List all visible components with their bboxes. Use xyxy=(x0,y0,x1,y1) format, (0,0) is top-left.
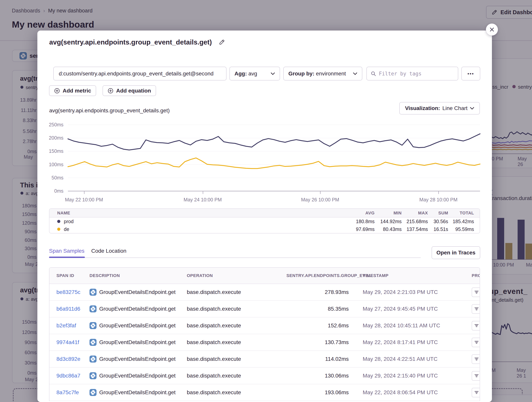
x-tick-label: May 24 10:00 PM xyxy=(177,197,228,203)
span-description: GroupEventDetailsEndpoint.get xyxy=(99,289,176,295)
series-summary-table: NAME AVG MIN MAX SUM TOTAL prod 180.8ms … xyxy=(49,208,480,234)
tab-span-samples[interactable]: Span Samples xyxy=(49,248,84,254)
table-row: 8a75c7fe GroupEventDetailsEndpoint.get b… xyxy=(50,384,480,401)
span-description: GroupEventDetailsEndpoint.get xyxy=(99,356,176,362)
profile-button[interactable] xyxy=(472,371,480,381)
add-equation-button[interactable]: Add equation xyxy=(102,85,156,96)
active-tab-indicator xyxy=(49,257,85,258)
add-metric-button[interactable]: Add metric xyxy=(49,85,96,96)
span-description: GroupEventDetailsEndpoint.get xyxy=(99,322,176,329)
profile-button[interactable] xyxy=(472,338,480,347)
span-duration: 193.06ms xyxy=(286,389,349,396)
python-icon xyxy=(89,356,96,363)
span-samples-table: SPAN ID DESCRIPTION OPERATION SENTRY.API… xyxy=(49,267,480,401)
span-duration: 85.35ms xyxy=(286,306,349,312)
search-icon xyxy=(371,71,376,76)
span-id-link[interactable]: b6a911d6 xyxy=(57,306,89,312)
profile-button[interactable] xyxy=(472,304,480,314)
span-operation: base.dispatch.execute xyxy=(187,306,286,312)
span-description: GroupEventDetailsEndpoint.get xyxy=(99,306,176,312)
groupby-label: Group by: xyxy=(288,71,314,77)
ellipsis-icon: ••• xyxy=(467,71,474,76)
span-timestamp: May 22, 2024 8:06:54 PM UTC xyxy=(349,389,472,396)
plus-circle-icon xyxy=(108,88,114,94)
table-row: be83275c GroupEventDetailsEndpoint.get b… xyxy=(50,284,480,301)
tab-code-location[interactable]: Code Location xyxy=(91,248,127,254)
flamegraph-icon xyxy=(474,306,479,311)
query-overflow-button[interactable]: ••• xyxy=(461,67,480,80)
python-icon xyxy=(89,289,96,296)
profile-button[interactable] xyxy=(472,288,480,297)
span-operation: base.dispatch.execute xyxy=(187,322,286,329)
chevron-down-icon xyxy=(470,107,474,110)
metric-query-input[interactable]: d:custom/sentry.api.endpoints.group_even… xyxy=(53,67,227,80)
close-button[interactable] xyxy=(486,24,498,36)
groupby-value: environment xyxy=(316,71,346,77)
screen: Dashboards › My new dashboard My new das… xyxy=(0,0,532,402)
x-tick-label: May 28 10:00 PM xyxy=(413,197,464,203)
table-row: 9dbc86a7 GroupEventDetailsEndpoint.get b… xyxy=(50,368,480,384)
profile-button[interactable] xyxy=(472,354,480,364)
visualization-label: Visualization: xyxy=(405,105,440,111)
span-id-link[interactable]: b2ef3faf xyxy=(57,322,89,329)
y-tick-label: 50ms xyxy=(39,175,63,181)
python-icon xyxy=(89,389,96,396)
span-timestamp: May 29, 2024 2:21:03 PM UTC xyxy=(349,289,472,295)
tab-divider xyxy=(49,257,421,258)
y-tick-label: 0ms xyxy=(39,188,63,194)
span-duration: 130.73ms xyxy=(286,339,349,346)
metric-line-chart[interactable] xyxy=(68,125,480,191)
span-operation: base.dispatch.execute xyxy=(187,389,286,396)
flamegraph-icon xyxy=(474,373,479,378)
span-id-link[interactable]: 9dbc86a7 xyxy=(57,373,89,379)
x-tick-label: May 26 10:00 PM xyxy=(295,197,345,203)
span-operation: base.dispatch.execute xyxy=(187,373,286,379)
y-tick-label: 100ms xyxy=(39,162,63,167)
chevron-down-icon xyxy=(271,72,275,75)
edit-title-pencil-icon[interactable] xyxy=(219,39,225,45)
span-duration: 278.93ms xyxy=(286,289,349,295)
agg-label: Agg: xyxy=(234,71,247,77)
python-icon xyxy=(89,339,96,346)
span-timestamp: May 28, 2024 4:22:51 AM UTC xyxy=(349,356,472,362)
profile-button[interactable] xyxy=(472,388,480,397)
span-description: GroupEventDetailsEndpoint.get xyxy=(99,389,176,396)
span-id-link[interactable]: 8d3c892e xyxy=(57,356,89,362)
flamegraph-icon xyxy=(474,290,479,295)
series-dot xyxy=(57,228,60,231)
agg-value: avg xyxy=(248,71,257,77)
span-description: GroupEventDetailsEndpoint.get xyxy=(99,339,176,346)
y-tick-label: 150ms xyxy=(39,148,63,154)
table-row: b2ef3faf GroupEventDetailsEndpoint.get b… xyxy=(50,317,480,334)
summary-row-prod[interactable]: prod 180.8ms 144.92ms 215.68ms 30.56s 18… xyxy=(50,217,480,225)
span-timestamp: May 28, 2024 10:45:11 AM UTC xyxy=(349,322,472,329)
filter-tags-input[interactable] xyxy=(379,71,454,77)
span-timestamp: May 27, 2024 9:45:45 PM UTC xyxy=(349,306,472,312)
chart-subtitle: avg(sentry.api.endpoints.group_event_det… xyxy=(49,107,170,114)
span-id-link[interactable]: 8a75c7fe xyxy=(57,389,89,396)
filter-tags-box xyxy=(366,67,458,80)
flamegraph-icon xyxy=(474,340,479,345)
visualization-dropdown[interactable]: Visualization: Line Chart xyxy=(399,102,480,114)
groupby-dropdown[interactable]: Group by: environment xyxy=(283,67,362,80)
x-tick-label: May 22 10:00 PM xyxy=(59,197,109,203)
table-row: b6a911d6 GroupEventDetailsEndpoint.get b… xyxy=(50,301,480,317)
chevron-down-icon xyxy=(353,72,357,75)
span-operation: base.dispatch.execute xyxy=(187,339,286,346)
profile-button[interactable] xyxy=(472,321,480,330)
span-id-link[interactable]: be83275c xyxy=(57,289,89,295)
flamegraph-icon xyxy=(474,323,479,328)
samples-header: SPAN ID DESCRIPTION OPERATION SENTRY.API… xyxy=(50,268,480,284)
span-duration: 152.6ms xyxy=(286,322,349,329)
modal-title: avg(sentry.api.endpoints.group_event_det… xyxy=(49,38,212,46)
open-in-traces-button[interactable]: Open in Traces xyxy=(432,246,480,259)
close-icon xyxy=(489,27,495,32)
modal-title-row: avg(sentry.api.endpoints.group_event_det… xyxy=(49,38,225,46)
x-tick-mark xyxy=(320,191,321,194)
span-id-link[interactable]: 9974a41f xyxy=(57,339,89,346)
span-operation: base.dispatch.execute xyxy=(187,289,286,295)
summary-row-de[interactable]: de 97.69ms 80.43ms 137.54ms 16.51s 95.59… xyxy=(50,225,480,233)
span-description: GroupEventDetailsEndpoint.get xyxy=(99,373,176,379)
flamegraph-icon xyxy=(474,390,479,395)
agg-dropdown[interactable]: Agg: avg xyxy=(229,67,280,80)
